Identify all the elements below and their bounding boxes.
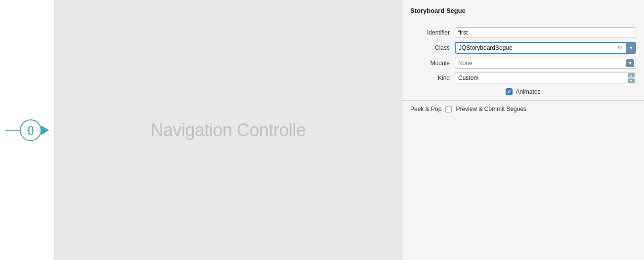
kind-stepper-down[interactable]: ▼ [628, 78, 635, 83]
inspector-panel: Storyboard Segue Identifier Class ↻ ▼ [402, 0, 644, 260]
canvas-area: Navigation Controlle [54, 0, 402, 260]
peek-pop-label: Peek & Pop [410, 106, 441, 112]
connector-arrow [41, 125, 49, 135]
animates-row: ✓ Animates [402, 85, 644, 98]
divider [402, 100, 644, 101]
class-dropdown-arrow-icon: ▼ [629, 45, 634, 50]
peek-pop-row: Peek & Pop Preview & Commit Segues [402, 103, 644, 115]
module-row: Module ▼ [402, 56, 644, 71]
class-icons: ↻ ▼ [614, 42, 636, 54]
kind-stepper-up[interactable]: ▲ [628, 73, 635, 77]
class-circle-arrow-icon[interactable]: ↻ [614, 42, 625, 53]
class-input[interactable] [455, 42, 636, 54]
kind-field-wrapper: ▲ ▼ [455, 73, 636, 83]
module-field-wrapper: ▼ [455, 58, 636, 69]
inspector-title: Storyboard Segue [410, 7, 466, 14]
nav-controller-label: Navigation Controlle [150, 120, 305, 141]
module-label: Module [410, 60, 450, 67]
animates-checkmark-icon: ✓ [507, 89, 511, 94]
kind-stepper: ▲ ▼ [628, 73, 635, 83]
inspector-header: Storyboard Segue [402, 0, 644, 19]
class-dropdown-icon[interactable]: ▼ [626, 42, 636, 53]
left-strip: {} [0, 0, 54, 260]
kind-input[interactable] [455, 73, 636, 83]
inspector-body: Identifier Class ↻ ▼ Module [402, 19, 644, 121]
connector-circle-symbol: {} [27, 125, 34, 135]
animates-checkbox[interactable]: ✓ [506, 88, 513, 95]
class-label: Class [410, 44, 450, 51]
kind-row: Kind ▲ ▼ [402, 71, 644, 85]
identifier-label: Identifier [410, 29, 450, 36]
peek-pop-checkbox[interactable] [445, 106, 452, 112]
class-field-wrapper: ↻ ▼ [455, 42, 636, 54]
module-input[interactable] [455, 58, 636, 69]
canvas-content: Navigation Controlle [54, 120, 402, 141]
connector-icon: {} [5, 119, 49, 141]
connector-circle: {} [20, 119, 42, 141]
class-row: Class ↻ ▼ [402, 40, 644, 56]
identifier-input[interactable] [455, 27, 636, 38]
identifier-row: Identifier [402, 25, 644, 40]
kind-label: Kind [410, 74, 450, 81]
connector-line [5, 130, 20, 131]
preview-commit-label: Preview & Commit Segues [456, 106, 526, 112]
animates-label: Animates [515, 88, 540, 95]
